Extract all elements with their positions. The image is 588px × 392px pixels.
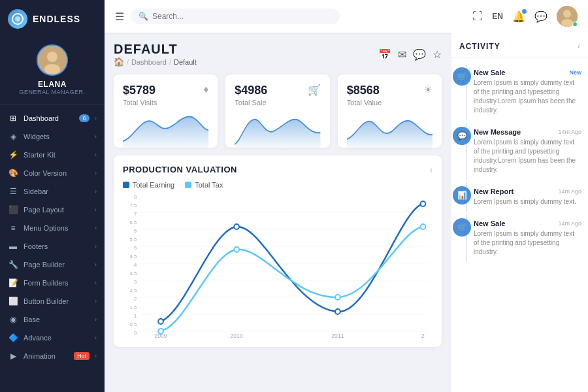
menu-arrow-starter-kit: › [95, 152, 97, 158]
svg-text:1.5: 1.5 [130, 304, 137, 310]
activity-text-new-sale-1: Lorem Ipsum is simply dummy text of the … [474, 78, 581, 115]
menu-icon-animation: ▶ [8, 351, 18, 361]
svg-point-6 [563, 10, 571, 18]
menu-label-color-version: Color Version [24, 169, 90, 177]
svg-point-3 [47, 52, 57, 62]
sidebar-item-advance[interactable]: 🔷 Advance › [0, 329, 105, 347]
profile-role: GENERAL MANAGER. [19, 89, 85, 95]
mail-icon[interactable]: ✉ [398, 48, 406, 61]
search-input[interactable] [152, 12, 332, 21]
sidebar-item-color-version[interactable]: 🎨 Color Version › [0, 164, 105, 182]
header-actions: 📅 ✉ 💬 ☆ [378, 48, 442, 61]
activity-collapse-icon[interactable]: ‹ [578, 42, 580, 51]
activity-text-new-report: Lorem Ipsum is simply dummy text. [474, 197, 581, 206]
breadcrumb-dashboard[interactable]: Dashboard [131, 58, 167, 66]
menu-label-dashboard: Dashboard [24, 114, 74, 122]
sidebar-item-page-builder[interactable]: 🔧 Page Builder › [0, 255, 105, 274]
stat-card-value: $8568 ☀ Total Value [338, 74, 442, 148]
menu-label-sidebar: Sidebar [24, 188, 90, 195]
svg-point-7 [561, 19, 573, 27]
activity-badge: New [569, 69, 581, 76]
profile-name: ELANA [38, 80, 67, 89]
sidebar-item-base[interactable]: ◉ Base › [0, 310, 105, 329]
sidebar-item-widgets[interactable]: ◈ Widgets › [0, 127, 105, 146]
menu-arrow-footers: › [95, 243, 97, 250]
activity-time: 14m Ago [558, 220, 581, 227]
sidebar-profile: ELANA GENERAL MANAGER. [0, 38, 105, 105]
svg-text:2011: 2011 [331, 333, 344, 338]
logo-text: ENDLESS [33, 14, 80, 24]
svg-point-42 [234, 247, 239, 252]
sidebar-item-sidebar[interactable]: ☰ Sidebar › [0, 182, 105, 201]
line-chart: 0 0.5 1 1.5 2 2.5 3 3.5 4 4.5 5 5.5 6 6.… [123, 194, 433, 338]
menu-icon-menu-options: ≡ [8, 223, 18, 233]
activity-text-new-message: Lorem Ipsum is simply dummy text of the … [474, 138, 581, 174]
svg-text:4: 4 [134, 262, 137, 268]
stat-card-visits: $5789 ♦ Total Visits [114, 74, 218, 148]
menu-badge-animation: Hot [74, 352, 90, 360]
page-title-area: DEFAULT 🏠 / Dashboard / Default [114, 42, 197, 67]
activity-time: 14m Ago [558, 188, 581, 195]
stat-icon-visits: ♦ [203, 84, 208, 95]
activity-content-new-sale-2: New Sale 14m Ago Lorem Ipsum is simply d… [474, 220, 581, 257]
sidebar-item-page-layout[interactable]: ⬛ Page Layout › [0, 201, 105, 219]
comment-icon[interactable]: 💬 [413, 48, 426, 61]
breadcrumb-current: Default [174, 58, 197, 66]
activity-name-new-report: New Report [474, 188, 514, 195]
svg-text:7: 7 [134, 211, 137, 217]
language-selector[interactable]: EN [492, 12, 503, 21]
svg-text:3.5: 3.5 [130, 270, 137, 276]
svg-text:2: 2 [421, 333, 425, 338]
star-icon[interactable]: ☆ [433, 48, 442, 61]
svg-text:5.5: 5.5 [130, 237, 137, 242]
production-valuation-card: PRODUCTION VALUATION ‹ Total Earning Tot… [114, 155, 442, 347]
logo: ENDLESS [0, 0, 105, 38]
sidebar-item-starter-kit[interactable]: ⚡ Starter Kit › [0, 146, 105, 164]
menu-label-animation: Animation [24, 352, 69, 360]
search-box: 🔍 [131, 8, 340, 24]
menu-label-starter-kit: Starter Kit [24, 151, 90, 159]
breadcrumb-home-icon[interactable]: 🏠 [114, 57, 124, 67]
menu-icon-color-version: 🎨 [8, 169, 18, 178]
sidebar-item-form-builders[interactable]: 📝 Form Builders › [0, 274, 105, 292]
user-avatar[interactable] [557, 6, 578, 27]
chart-title: PRODUCTION VALUATION [123, 165, 237, 174]
sidebar-item-footers[interactable]: ▬ Footers › [0, 237, 105, 255]
hamburger-icon[interactable]: ☰ [115, 10, 124, 23]
stat-label-visits: Total Visits [123, 99, 208, 106]
svg-text:4.5: 4.5 [130, 253, 137, 259]
menu-label-base: Base [24, 316, 90, 323]
stat-cards: $5789 ♦ Total Visits [114, 74, 442, 148]
menu-label-advance: Advance [24, 334, 90, 342]
menu-arrow-color-version: › [95, 170, 97, 176]
chart-collapse-icon[interactable]: ‹ [430, 165, 433, 174]
legend-label-tax: Total Tax [195, 181, 223, 189]
svg-point-43 [335, 295, 340, 300]
sidebar-item-menu-options[interactable]: ≡ Menu Options › [0, 219, 105, 237]
sidebar-menu: ⊞ Dashboard 6 › ◈ Widgets › ⚡ Starter Ki… [0, 105, 105, 392]
breadcrumb-sep-1: / [127, 58, 129, 66]
calendar-icon[interactable]: 📅 [378, 48, 391, 61]
avatar [37, 44, 68, 76]
activity-panel: ACTIVITY ‹ 🛒 New Sale New Lorem Ipsum is… [451, 33, 588, 392]
menu-label-page-layout: Page Layout [24, 206, 90, 214]
svg-text:0: 0 [134, 330, 137, 336]
svg-point-37 [158, 319, 163, 324]
sidebar-item-animation[interactable]: ▶ Animation Hot › [0, 347, 105, 365]
sidebar-item-dashboard[interactable]: ⊞ Dashboard 6 › [0, 109, 105, 127]
activity-text-new-sale-2: Lorem Ipsum is simply dummy text of the … [474, 229, 581, 257]
activity-name-new-sale-1: New Sale [474, 69, 505, 76]
stat-label-value: Total Value [347, 99, 433, 106]
main-content: ☰ 🔍 ⛶ EN 🔔 💬 DEFAULT 🏠 [105, 0, 588, 392]
page-header: DEFAULT 🏠 / Dashboard / Default 📅 ✉ 💬 ☆ [114, 42, 442, 67]
search-icon: 🔍 [139, 12, 148, 21]
menu-badge-dashboard: 6 [79, 114, 90, 122]
menu-label-widgets: Widgets [24, 133, 90, 140]
notification-icon[interactable]: 🔔 [512, 10, 525, 23]
chat-icon[interactable]: 💬 [534, 10, 547, 23]
sidebar-item-button-builder[interactable]: ⬜ Button Builder › [0, 292, 105, 310]
menu-arrow-widgets: › [95, 133, 97, 140]
menu-label-button-builder: Button Builder [24, 297, 90, 305]
svg-point-41 [158, 329, 163, 334]
expand-icon[interactable]: ⛶ [472, 10, 483, 22]
